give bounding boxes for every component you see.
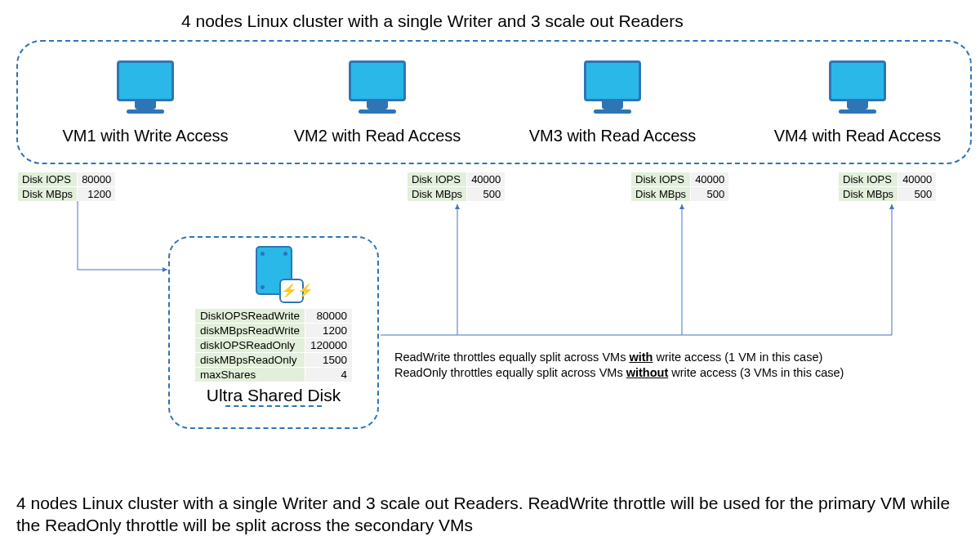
monitor-base [839, 109, 876, 114]
prop-key: maxShares [194, 368, 305, 382]
monitor-base [594, 109, 631, 114]
diagram-caption: 4 nodes Linux cluster with a single Writ… [16, 492, 964, 536]
metric-label: Disk MBps [839, 187, 898, 202]
monitor-icon [349, 60, 406, 101]
metric-value: 1200 [78, 187, 116, 202]
vm4-metrics-table: Disk IOPS40000 Disk MBps500 [838, 172, 937, 202]
prop-val: 4 [305, 368, 352, 382]
vm2-label: VM2 with Read Access [287, 127, 467, 145]
metric-value: 80000 [78, 172, 116, 187]
metric-label: Disk IOPS [408, 172, 467, 187]
throttle-note: ReadWrite throttles equally split across… [394, 350, 844, 381]
metric-value: 500 [898, 187, 937, 202]
disk-label-underline [225, 405, 322, 407]
vm1: VM1 with Write Access [39, 60, 252, 145]
metric-value: 40000 [467, 172, 506, 187]
metric-value: 40000 [691, 172, 729, 187]
prop-key: diskMBpsReadOnly [194, 353, 305, 368]
monitor-icon [829, 60, 886, 101]
metric-label: Disk MBps [631, 187, 691, 202]
monitor-stand [367, 101, 388, 109]
metric-value: 500 [467, 187, 506, 202]
vm4: VM4 with Read Access [751, 60, 964, 145]
metric-value: 40000 [898, 172, 937, 187]
monitor-stand [847, 101, 868, 109]
vm3-label: VM3 with Read Access [490, 127, 735, 145]
metric-label: Disk IOPS [631, 172, 691, 187]
ultra-shared-disk: ⚡⚡ DiskIOPSReadWrite80000 diskMBpsReadWr… [168, 236, 379, 429]
vm2-metrics-table: Disk IOPS40000 Disk MBps500 [407, 172, 506, 202]
metric-label: Disk IOPS [839, 172, 898, 187]
monitor-stand [602, 101, 623, 109]
diagram-title: 4 nodes Linux cluster with a single Writ… [181, 11, 684, 31]
disk-properties-table: DiskIOPSReadWrite80000 diskMBpsReadWrite… [194, 308, 353, 382]
monitor-base [359, 109, 396, 114]
disk-icon: ⚡⚡ [256, 246, 292, 295]
vm3: VM3 with Read Access [490, 60, 735, 145]
metric-label: Disk IOPS [18, 172, 78, 187]
prop-val: 1200 [305, 324, 352, 338]
vm1-label: VM1 with Write Access [39, 127, 252, 145]
disk-label: Ultra Shared Disk [170, 386, 377, 405]
metric-value: 500 [691, 187, 729, 202]
prop-val: 80000 [305, 309, 352, 324]
vm3-metrics-table: Disk IOPS40000 Disk MBps500 [630, 172, 729, 202]
metric-label: Disk MBps [408, 187, 467, 202]
note-line-1: ReadWrite throttles equally split across… [394, 350, 844, 365]
prop-val: 120000 [305, 338, 352, 353]
monitor-icon [584, 60, 641, 101]
prop-key: diskIOPSReadOnly [194, 338, 305, 353]
monitor-icon [117, 60, 174, 101]
monitor-base [127, 109, 164, 114]
vm2: VM2 with Read Access [287, 60, 467, 145]
prop-val: 1500 [305, 353, 352, 368]
metric-label: Disk MBps [18, 187, 78, 202]
monitor-stand [135, 101, 156, 109]
vm4-label: VM4 with Read Access [751, 127, 964, 145]
lightning-icon: ⚡⚡ [279, 279, 304, 303]
prop-key: DiskIOPSReadWrite [194, 309, 305, 324]
note-line-2: ReadOnly throttles equally split across … [394, 365, 844, 381]
vm1-metrics-table: Disk IOPS80000 Disk MBps1200 [17, 172, 116, 202]
prop-key: diskMBpsReadWrite [194, 324, 305, 338]
